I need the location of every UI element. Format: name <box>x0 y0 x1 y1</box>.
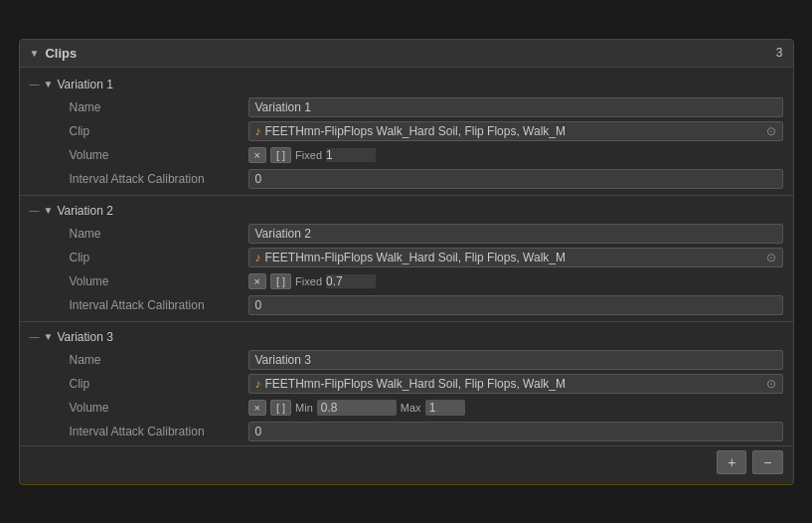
clips-panel: ▼ Clips 3 — ▼ Variation 1 Name Variation… <box>19 39 794 485</box>
variation-1-name-label: Name <box>30 100 248 114</box>
variation-3-clip-row: Clip ♪ FEETHmn-FlipFlops Walk_Hard Soil,… <box>20 372 793 396</box>
variation-2-name-row: Name Variation 2 <box>20 222 793 246</box>
variation-2-volume-row-inner: × [ ] Fixed <box>248 273 783 289</box>
music-icon-2: ♪ <box>255 251 261 264</box>
variation-2-clip-text: FEETHmn-FlipFlops Walk_Hard Soil, Flip F… <box>265 251 762 264</box>
variation-2-name-label: Name <box>30 227 248 241</box>
panel-title: Clips <box>45 46 77 61</box>
remove-button[interactable]: − <box>752 450 782 474</box>
add-button[interactable]: + <box>717 450 746 474</box>
variation-2-name-value[interactable]: Variation 2 <box>248 224 783 244</box>
variation-2-line: — <box>30 205 40 216</box>
variation-3-vol-min-input[interactable] <box>317 400 397 416</box>
panel-header: ▼ Clips 3 <box>20 40 793 68</box>
variation-1-clip-label: Clip <box>30 124 248 138</box>
variation-3-line: — <box>30 331 40 342</box>
bottom-bar: + − <box>20 445 793 478</box>
variation-1-clip-value[interactable]: ♪ FEETHmn-FlipFlops Walk_Hard Soil, Flip… <box>248 121 783 141</box>
variation-1-interval-value[interactable]: 0 <box>248 169 783 189</box>
variation-1-volume-row: Volume × [ ] Fixed <box>20 143 793 167</box>
variation-1-collapse-icon[interactable]: ▼ <box>44 79 54 89</box>
variation-2-clip-value[interactable]: ♪ FEETHmn-FlipFlops Walk_Hard Soil, Flip… <box>248 248 783 267</box>
variation-3-name-value[interactable]: Variation 3 <box>248 350 783 370</box>
variation-1-header: — ▼ Variation 1 <box>20 74 793 95</box>
variation-1-section: — ▼ Variation 1 Name Variation 1 Clip ♪ … <box>20 74 793 191</box>
variation-3-clip-text: FEETHmn-FlipFlops Walk_Hard Soil, Flip F… <box>265 377 762 391</box>
variation-1-vol-input[interactable] <box>326 148 376 162</box>
variation-1-interval-label: Interval Attack Calibration <box>30 172 248 186</box>
variation-2-header: — ▼ Variation 2 <box>20 200 793 222</box>
panel-body: — ▼ Variation 1 Name Variation 1 Clip ♪ … <box>20 68 793 484</box>
variation-1-line: — <box>30 79 40 89</box>
variation-3-label: Variation 3 <box>57 330 112 344</box>
variation-3-clip-dot[interactable]: ⊙ <box>766 377 776 391</box>
variation-3-vol-bracket-btn[interactable]: [ ] <box>270 400 291 416</box>
variation-2-clip-row: Clip ♪ FEETHmn-FlipFlops Walk_Hard Soil,… <box>20 246 793 269</box>
variation-3-section: — ▼ Variation 3 Name Variation 3 Clip ♪ … <box>20 326 793 443</box>
variation-3-collapse-icon[interactable]: ▼ <box>44 331 54 342</box>
variation-2-volume-row: Volume × [ ] Fixed <box>20 269 793 293</box>
variation-2-clip-label: Clip <box>30 251 248 264</box>
variation-3-vol-x-btn[interactable]: × <box>248 400 266 416</box>
variation-1-volume-label: Volume <box>30 148 248 162</box>
variation-2-volume-label: Volume <box>30 274 248 288</box>
collapse-icon[interactable]: ▼ <box>30 48 40 59</box>
variation-2-vol-x-btn[interactable]: × <box>248 273 266 289</box>
music-icon-1: ♪ <box>255 124 261 138</box>
variation-2-interval-row: Interval Attack Calibration 0 <box>20 293 793 317</box>
variation-1-vol-x-btn[interactable]: × <box>248 147 266 163</box>
variation-2-label: Variation 2 <box>57 204 112 218</box>
variation-3-vol-max-input[interactable] <box>425 400 465 416</box>
variation-3-max-label: Max <box>401 402 421 414</box>
variation-1-clip-row: Clip ♪ FEETHmn-FlipFlops Walk_Hard Soil,… <box>20 119 793 143</box>
variation-1-label: Variation 1 <box>57 78 112 91</box>
variation-1-clip-text: FEETHmn-FlipFlops Walk_Hard Soil, Flip F… <box>265 124 762 138</box>
variation-3-volume-row-inner: × [ ] Min Max <box>248 400 783 416</box>
variation-2-vol-input[interactable] <box>326 274 376 288</box>
variation-1-fixed-label: Fixed <box>295 149 322 161</box>
variation-3-header: — ▼ Variation 3 <box>20 326 793 348</box>
variation-3-volume-container: × [ ] Min Max <box>248 398 783 418</box>
variation-3-clip-label: Clip <box>30 377 248 391</box>
variation-1-clip-dot[interactable]: ⊙ <box>766 124 776 138</box>
variation-3-name-row: Name Variation 3 <box>20 348 793 372</box>
variation-2-clip-dot[interactable]: ⊙ <box>766 251 776 264</box>
variation-1-interval-row: Interval Attack Calibration 0 <box>20 167 793 191</box>
variation-2-collapse-icon[interactable]: ▼ <box>44 205 54 216</box>
music-icon-3: ♪ <box>255 377 261 391</box>
variation-1-name-row: Name Variation 1 <box>20 95 793 119</box>
variation-1-volume-container: × [ ] Fixed <box>248 145 783 165</box>
variation-2-vol-bracket-btn[interactable]: [ ] <box>270 273 291 289</box>
panel-count: 3 <box>776 46 783 60</box>
variation-3-volume-row: Volume × [ ] Min Max <box>20 396 793 420</box>
variation-3-volume-label: Volume <box>30 401 248 415</box>
variation-3-interval-label: Interval Attack Calibration <box>30 425 248 438</box>
variation-1-volume-row-inner: × [ ] Fixed <box>248 147 783 163</box>
variation-2-fixed-label: Fixed <box>295 275 322 287</box>
variation-2-section: — ▼ Variation 2 Name Variation 2 Clip ♪ … <box>20 200 793 317</box>
variation-2-volume-container: × [ ] Fixed <box>248 271 783 291</box>
variation-3-interval-value[interactable]: 0 <box>248 422 783 441</box>
variation-2-interval-value[interactable]: 0 <box>248 295 783 315</box>
variation-3-interval-row: Interval Attack Calibration 0 <box>20 420 793 443</box>
variation-3-min-label: Min <box>295 402 313 414</box>
variation-3-clip-value[interactable]: ♪ FEETHmn-FlipFlops Walk_Hard Soil, Flip… <box>248 374 783 394</box>
variation-1-vol-bracket-btn[interactable]: [ ] <box>270 147 291 163</box>
variation-1-name-value[interactable]: Variation 1 <box>248 97 783 117</box>
variation-3-name-label: Name <box>30 353 248 367</box>
variation-2-interval-label: Interval Attack Calibration <box>30 298 248 312</box>
